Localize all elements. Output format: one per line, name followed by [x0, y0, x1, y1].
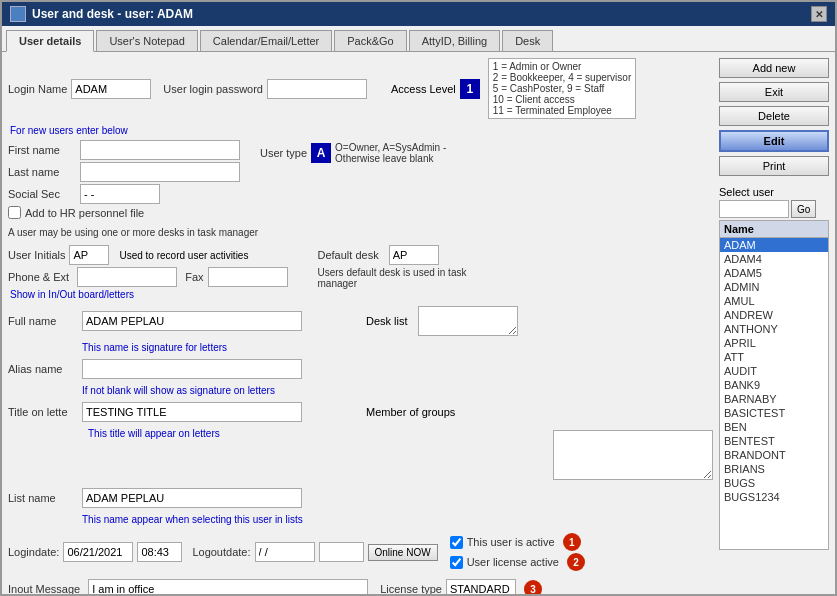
add-new-button[interactable]: Add new: [719, 58, 829, 78]
list-item[interactable]: BENTEST: [720, 434, 828, 448]
default-desk-hint: Users default desk is used in task manag…: [318, 267, 478, 289]
default-desk-input[interactable]: [389, 245, 439, 265]
list-item[interactable]: BUGS1234: [720, 490, 828, 504]
phone-input[interactable]: [77, 267, 177, 287]
active-section: This user is active 1 User license activ…: [450, 533, 585, 571]
access-line1: 1 = Admin or Owner: [493, 61, 631, 72]
inout-message-input[interactable]: [88, 579, 368, 596]
list-item[interactable]: ANTHONY: [720, 322, 828, 336]
list-item[interactable]: AMUL: [720, 294, 828, 308]
access-level-value: 1: [460, 79, 480, 99]
full-name-input[interactable]: [82, 311, 302, 331]
add-hr-label: Add to HR personnel file: [25, 207, 144, 219]
list-item[interactable]: BRIANS: [720, 462, 828, 476]
list-item[interactable]: ATT: [720, 350, 828, 364]
list-item[interactable]: AUDIT: [720, 364, 828, 378]
password-input[interactable]: [267, 79, 367, 99]
user-active-checkbox[interactable]: [450, 536, 463, 549]
list-item[interactable]: ANDREW: [720, 308, 828, 322]
list-name-input[interactable]: [82, 488, 302, 508]
online-now-button[interactable]: Online NOW: [368, 544, 438, 561]
user-active-label: This user is active: [467, 536, 555, 548]
title-input[interactable]: [82, 402, 302, 422]
access-line3: 5 = CashPoster, 9 = Staff: [493, 83, 631, 94]
window-title: User and desk - user: ADAM: [32, 7, 193, 21]
tab-packgo[interactable]: Pack&Go: [334, 30, 406, 51]
user-initials-input[interactable]: [69, 245, 109, 265]
title-bar: User and desk - user: ADAM ✕: [2, 2, 835, 26]
desk-hint: A user may be using one or more desks in…: [8, 227, 713, 238]
default-desk-row: Default desk: [318, 245, 478, 265]
login-name-label: Login Name: [8, 83, 67, 95]
alias-row: Alias name: [8, 359, 713, 379]
social-sec-label: Social Sec: [8, 188, 76, 200]
license-type-input[interactable]: [446, 579, 516, 596]
access-line4: 10 = Client access: [493, 94, 631, 105]
tab-notepad[interactable]: User's Notepad: [96, 30, 197, 51]
social-sec-input[interactable]: [80, 184, 160, 204]
edit-button[interactable]: Edit: [719, 130, 829, 152]
main-window: User and desk - user: ADAM ✕ User detail…: [0, 0, 837, 596]
user-type-desc: O=Owner, A=SysAdmin - Otherwise leave bl…: [335, 142, 465, 164]
fax-label: Fax: [185, 271, 203, 283]
list-item[interactable]: APRIL: [720, 336, 828, 350]
list-item[interactable]: ADAM4: [720, 252, 828, 266]
show-inout[interactable]: Show in In/Out board/letters: [10, 289, 288, 300]
list-item[interactable]: ADAM5: [720, 266, 828, 280]
tab-desk[interactable]: Desk: [502, 30, 553, 51]
full-name-hint: This name is signature for letters: [82, 342, 713, 353]
list-item[interactable]: BEN: [720, 420, 828, 434]
badge2: 2: [567, 553, 585, 571]
title-bar-left: User and desk - user: ADAM: [10, 6, 193, 22]
name-fields: First name Last name Social Sec Add to H…: [8, 140, 240, 221]
list-item[interactable]: ADMIN: [720, 280, 828, 294]
user-license-row: User license active 2: [450, 553, 585, 571]
phone-row: Phone & Ext Fax: [8, 267, 288, 287]
tab-attyid[interactable]: AttyID, Billing: [409, 30, 500, 51]
desk-list-input[interactable]: [418, 306, 518, 336]
tab-calendar[interactable]: Calendar/Email/Letter: [200, 30, 332, 51]
logindate-input[interactable]: [63, 542, 133, 562]
title-label: Title on lette: [8, 406, 78, 418]
list-name-label: List name: [8, 492, 78, 504]
logoutdate-input[interactable]: [255, 542, 315, 562]
list-item[interactable]: ADAM: [720, 238, 828, 252]
add-hr-row: Add to HR personnel file: [8, 206, 240, 219]
list-item[interactable]: BUGS: [720, 476, 828, 490]
print-button[interactable]: Print: [719, 156, 829, 176]
user-list: ADAMADAM4ADAM5ADMINAMULANDREWANTHONYAPRI…: [720, 238, 828, 504]
user-search-input[interactable]: [719, 200, 789, 218]
login-name-input[interactable]: [71, 79, 151, 99]
login-date-row: Logindate: Logoutdate: Online NOW This u…: [8, 533, 713, 571]
login-row: Login Name User login password Access Le…: [8, 58, 713, 119]
first-name-label: First name: [8, 144, 76, 156]
close-button[interactable]: ✕: [811, 6, 827, 22]
initials-desk-section: User Initials Used to record user activi…: [8, 245, 713, 300]
list-item[interactable]: BARNABY: [720, 392, 828, 406]
logintime-input[interactable]: [137, 542, 182, 562]
logouttime-input[interactable]: [319, 542, 364, 562]
list-item[interactable]: BANK9: [720, 378, 828, 392]
default-desk-label: Default desk: [318, 249, 379, 261]
list-item[interactable]: BASICTEST: [720, 406, 828, 420]
access-line2: 2 = Bookkeeper, 4 = supervisor: [493, 72, 631, 83]
last-name-input[interactable]: [80, 162, 240, 182]
access-desc-box: 1 = Admin or Owner 2 = Bookkeeper, 4 = s…: [488, 58, 636, 119]
alias-name-input[interactable]: [82, 359, 302, 379]
user-license-checkbox[interactable]: [450, 556, 463, 569]
tab-user-details[interactable]: User details: [6, 30, 94, 52]
delete-button[interactable]: Delete: [719, 106, 829, 126]
fax-input[interactable]: [208, 267, 288, 287]
groups-col: [553, 428, 713, 482]
go-button[interactable]: Go: [791, 200, 816, 218]
user-list-container: Name ADAMADAM4ADAM5ADMINAMULANDREWANTHON…: [719, 220, 829, 550]
user-type-row: User type A O=Owner, A=SysAdmin - Otherw…: [260, 142, 465, 164]
exit-button[interactable]: Exit: [719, 82, 829, 102]
add-hr-checkbox[interactable]: [8, 206, 21, 219]
user-initials-label: User Initials: [8, 249, 65, 261]
user-list-header: Name: [720, 221, 828, 238]
groups-input[interactable]: [553, 430, 713, 480]
used-to-record: Used to record user activities: [119, 250, 248, 261]
list-item[interactable]: BRANDONT: [720, 448, 828, 462]
first-name-input[interactable]: [80, 140, 240, 160]
